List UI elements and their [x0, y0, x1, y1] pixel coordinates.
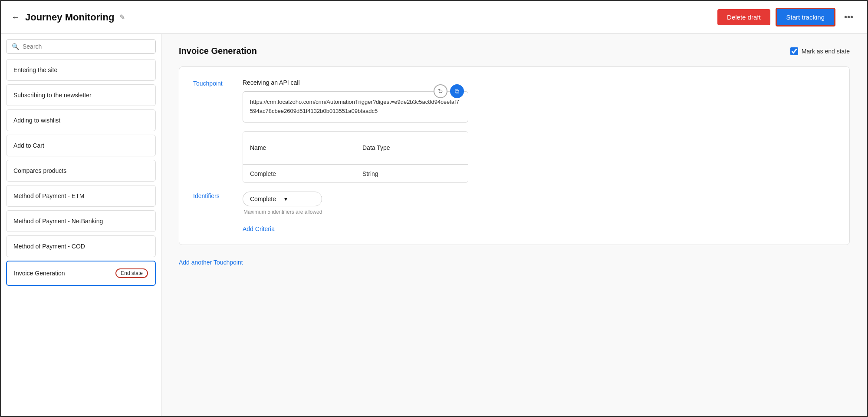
back-button[interactable]: ← [11, 12, 20, 22]
mark-end-state-label: Mark as end state [802, 48, 850, 55]
touchpoint-value-container: Receiving an API call ↻ ⧉ https://crm.lo… [243, 79, 468, 122]
delete-draft-button[interactable]: Delete draft [717, 9, 770, 25]
identifier-hint: Maximum 5 identifiers are allowed [243, 209, 322, 215]
table-row: Complete String [243, 165, 468, 182]
header: ← Journey Monitoring ✎ Delete draft Star… [1, 1, 867, 34]
sidebar-item-invoice-inner: Invoice Generation End state [14, 268, 148, 278]
data-table: Name Data Type Complete String [243, 131, 468, 183]
touchpoint-card: Touchpoint Receiving an API call ↻ ⧉ htt… [179, 66, 850, 245]
url-box-wrapper: ↻ ⧉ https://crm.localzoho.com/crm/Automa… [243, 91, 468, 122]
panel-title: Invoice Generation [179, 46, 257, 56]
sidebar-item-label: Method of Payment - COD [13, 243, 85, 250]
sidebar-item-payment-cod[interactable]: Method of Payment - COD [6, 235, 156, 257]
identifier-select-wrapper: Complete ▾ Maximum 5 identifiers are all… [243, 192, 322, 215]
touchpoint-row: Touchpoint Receiving an API call ↻ ⧉ htt… [193, 79, 835, 122]
sidebar-item-entering-site[interactable]: Entering the site [6, 59, 156, 81]
sidebar-item-label: Compares products [13, 167, 66, 174]
mark-end-state-checkbox[interactable] [790, 47, 798, 55]
header-right: Delete draft Start tracking ••• [717, 8, 857, 26]
header-left: ← Journey Monitoring ✎ [11, 12, 125, 23]
search-box: 🔍 [6, 39, 156, 54]
sidebar-item-label: Method of Payment - NetBanking [13, 218, 103, 225]
main-content: 🔍 Entering the site Subscribing to the n… [1, 34, 867, 416]
sidebar-item-compares-products[interactable]: Compares products [6, 160, 156, 182]
sidebar-item-label: Add to Cart [13, 142, 44, 149]
sidebar-item-adding-wishlist[interactable]: Adding to wishlist [6, 109, 156, 131]
sidebar-item-label: Entering the site [13, 66, 57, 73]
touchpoint-label: Touchpoint [193, 79, 232, 87]
identifier-select[interactable]: Complete ▾ [243, 192, 322, 206]
panel-header: Invoice Generation Mark as end state [179, 46, 850, 56]
data-table-section: Name Data Type Complete String [243, 131, 835, 183]
identifiers-label: Identifiers [193, 192, 232, 199]
add-criteria-link[interactable]: Add Criteria [243, 225, 275, 232]
edit-icon[interactable]: ✎ [119, 13, 125, 21]
refresh-url-button[interactable]: ↻ [434, 84, 447, 98]
row-name-cell: Complete [243, 165, 355, 182]
search-icon: 🔍 [12, 43, 19, 50]
data-table-header: Name Data Type [243, 132, 468, 165]
row-datatype-cell: String [355, 165, 468, 182]
touchpoint-value: Receiving an API call [243, 79, 300, 86]
col-datatype-header: Data Type [355, 132, 468, 165]
more-options-icon[interactable]: ••• [841, 10, 857, 24]
search-input[interactable] [23, 43, 150, 50]
col-name-header: Name [243, 132, 355, 165]
copy-url-button[interactable]: ⧉ [450, 84, 464, 98]
sidebar-item-invoice-generation[interactable]: Invoice Generation End state [6, 261, 156, 286]
page-title: Journey Monitoring [25, 12, 114, 23]
identifier-select-value: Complete [250, 195, 281, 202]
sidebar: 🔍 Entering the site Subscribing to the n… [1, 34, 161, 416]
sidebar-item-add-to-cart[interactable]: Add to Cart [6, 135, 156, 156]
end-state-badge: End state [115, 268, 148, 278]
mark-end-state-container: Mark as end state [790, 47, 850, 55]
start-tracking-button[interactable]: Start tracking [776, 8, 835, 26]
sidebar-item-label: Method of Payment - ETM [13, 192, 84, 199]
app-container: ← Journey Monitoring ✎ Delete draft Star… [0, 0, 868, 417]
sidebar-item-label: Invoice Generation [14, 270, 65, 277]
identifiers-row: Identifiers Complete ▾ Maximum 5 identif… [193, 192, 835, 215]
sidebar-item-payment-etm[interactable]: Method of Payment - ETM [6, 185, 156, 207]
sidebar-item-label: Subscribing to the newsletter [13, 92, 92, 99]
add-another-touchpoint-link[interactable]: Add another Touchpoint [179, 259, 243, 266]
sidebar-item-payment-netbanking[interactable]: Method of Payment - NetBanking [6, 210, 156, 232]
right-panel: Invoice Generation Mark as end state Tou… [161, 34, 867, 416]
chevron-down-icon: ▾ [284, 195, 315, 202]
sidebar-item-label: Adding to wishlist [13, 117, 60, 124]
url-actions: ↻ ⧉ [434, 84, 464, 98]
sidebar-item-subscribing-newsletter[interactable]: Subscribing to the newsletter [6, 84, 156, 106]
